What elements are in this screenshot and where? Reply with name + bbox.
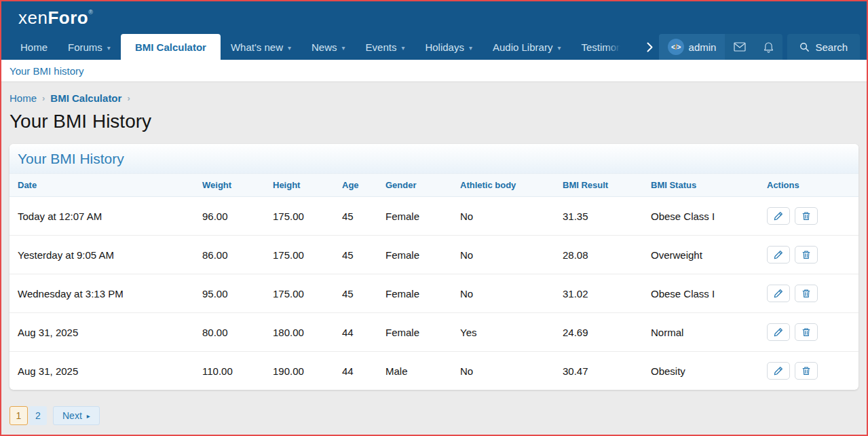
logo-foro: Foro xyxy=(48,7,88,28)
edit-button[interactable] xyxy=(767,246,790,264)
avatar: </> xyxy=(668,39,684,55)
trash-icon xyxy=(801,250,811,259)
table-row: Aug 31, 2025 110.00 190.00 44 Male No 30… xyxy=(10,352,858,390)
cell-bmi-result: 31.35 xyxy=(554,197,643,236)
delete-button[interactable] xyxy=(795,285,818,302)
nav-item-testimonials[interactable]: Testimonials xyxy=(571,34,623,60)
chevron-down-icon: ▾ xyxy=(107,44,111,52)
edit-button[interactable] xyxy=(767,323,790,341)
subnav-link-bmi-history[interactable]: Your BMI history xyxy=(10,65,84,77)
cell-bmi-result: 24.69 xyxy=(554,313,643,352)
alerts-button[interactable] xyxy=(755,34,782,60)
col-header-actions: Actions xyxy=(759,174,858,197)
cell-gender: Female xyxy=(377,313,452,352)
table-row: Wednesday at 3:13 PM 95.00 175.00 45 Fem… xyxy=(10,274,858,313)
nav-item-bmi-calculator[interactable]: BMI Calculator xyxy=(121,34,221,60)
cell-age: 45 xyxy=(334,197,377,236)
cell-weight: 86.00 xyxy=(194,236,265,274)
next-arrow-icon: ▸ xyxy=(87,412,90,420)
search-icon xyxy=(799,42,810,52)
pencil-icon xyxy=(774,289,783,298)
pencil-icon xyxy=(774,327,783,337)
cell-weight: 80.00 xyxy=(194,313,265,352)
cell-actions xyxy=(759,274,858,313)
search-label: Search xyxy=(815,41,848,53)
cell-age: 44 xyxy=(334,313,377,352)
nav-item-events[interactable]: Events▾ xyxy=(356,34,415,60)
next-page-button[interactable]: Next▸ xyxy=(53,406,100,425)
logo[interactable]: xenForo® xyxy=(18,7,93,29)
username: admin xyxy=(689,41,717,53)
main-navigation: Home Forums▾ BMI Calculator What's new▾ … xyxy=(1,34,867,60)
cell-height: 190.00 xyxy=(265,352,334,390)
page-button-2[interactable]: 2 xyxy=(29,406,47,425)
delete-button[interactable] xyxy=(795,323,818,341)
nav-item-holidays[interactable]: Holidays▾ xyxy=(415,34,483,60)
account-menu-button[interactable]: </> admin xyxy=(659,34,725,60)
inbox-button[interactable] xyxy=(725,34,755,60)
chevron-separator-icon: › xyxy=(42,93,45,103)
nav-item-news[interactable]: News▾ xyxy=(301,34,356,60)
cell-bmi-status: Obese Class I xyxy=(643,274,759,313)
cell-date: Aug 31, 2025 xyxy=(10,313,194,352)
cell-height: 175.00 xyxy=(265,274,334,313)
cell-weight: 110.00 xyxy=(194,352,265,390)
search-button[interactable]: Search xyxy=(787,34,860,60)
bell-icon xyxy=(763,41,774,53)
breadcrumb-home-link[interactable]: Home xyxy=(10,92,37,104)
logo-row: xenForo® xyxy=(1,1,867,34)
cell-date: Yesterday at 9:05 AM xyxy=(10,236,194,274)
nav-overflow-chevron[interactable] xyxy=(641,34,659,60)
col-header-height: Height xyxy=(265,174,334,197)
edit-button[interactable] xyxy=(767,362,790,380)
cell-athletic: No xyxy=(452,274,554,313)
breadcrumb: Home › BMI Calculator › xyxy=(10,92,858,104)
nav-item-whats-new[interactable]: What's new▾ xyxy=(221,34,301,60)
cell-height: 175.00 xyxy=(265,197,334,236)
table-row: Yesterday at 9:05 AM 86.00 175.00 45 Fem… xyxy=(10,236,858,274)
page-button-1[interactable]: 1 xyxy=(10,406,28,425)
logo-xen: xen xyxy=(18,7,48,28)
trash-icon xyxy=(801,289,811,298)
cell-gender: Male xyxy=(377,352,452,390)
delete-button[interactable] xyxy=(795,362,818,380)
trash-icon xyxy=(801,327,811,337)
user-chip-group: </> admin xyxy=(659,34,783,60)
cell-bmi-result: 30.47 xyxy=(554,352,643,390)
pencil-icon xyxy=(774,211,783,221)
cell-age: 44 xyxy=(334,352,377,390)
page-content: Home › BMI Calculator › Your BMI History… xyxy=(1,82,867,436)
trash-icon xyxy=(801,211,811,221)
delete-button[interactable] xyxy=(795,207,818,225)
breadcrumb-bmi-calculator-link[interactable]: BMI Calculator xyxy=(50,92,121,104)
cell-bmi-result: 31.02 xyxy=(554,274,643,313)
chevron-down-icon: ▾ xyxy=(401,44,404,52)
nav-item-forums[interactable]: Forums▾ xyxy=(58,34,121,60)
block-title: Your BMI History xyxy=(10,144,858,173)
chevron-down-icon: ▾ xyxy=(557,44,561,52)
col-header-athletic-body: Athletic body xyxy=(452,174,554,197)
cell-athletic: No xyxy=(452,236,554,274)
edit-button[interactable] xyxy=(767,207,790,225)
nav-item-audio-library[interactable]: Audio Library▾ xyxy=(483,34,571,60)
pencil-icon xyxy=(774,366,783,376)
chevron-down-icon: ▾ xyxy=(342,44,345,52)
edit-button[interactable] xyxy=(767,285,790,302)
col-header-age: Age xyxy=(334,174,377,197)
cell-age: 45 xyxy=(334,274,377,313)
pagination: 1 2 Next▸ xyxy=(10,406,858,425)
cell-weight: 95.00 xyxy=(194,274,265,313)
table-header-row: Date Weight Height Age Gender Athletic b… xyxy=(10,174,858,197)
cell-weight: 96.00 xyxy=(194,197,265,236)
page-title: Your BMI History xyxy=(10,111,858,132)
cell-athletic: Yes xyxy=(452,313,554,352)
delete-button[interactable] xyxy=(795,246,818,264)
chevron-right-icon xyxy=(646,41,654,53)
table-row: Aug 31, 2025 80.00 180.00 44 Female Yes … xyxy=(10,313,858,352)
col-header-bmi-result: BMI Result xyxy=(554,174,643,197)
cell-height: 175.00 xyxy=(265,236,334,274)
bmi-history-block: Your BMI History Date Weight Height Age … xyxy=(10,144,858,390)
nav-item-home[interactable]: Home xyxy=(10,34,58,60)
nav-right-group: </> admin Search xyxy=(641,34,860,60)
cell-bmi-status: Normal xyxy=(643,313,759,352)
